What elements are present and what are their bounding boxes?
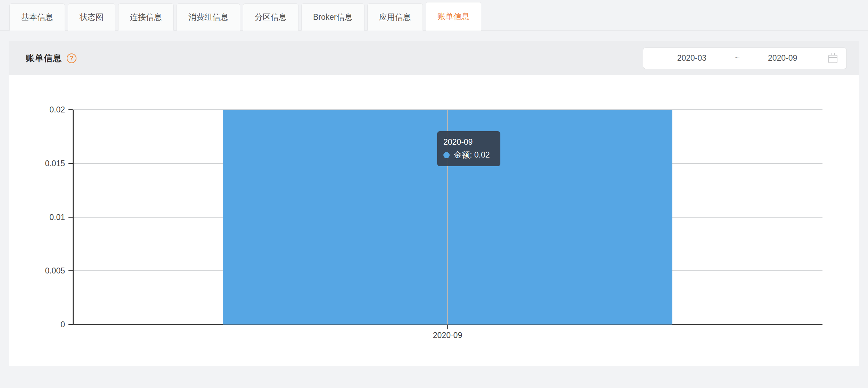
tooltip-title: 2020-09 (443, 136, 493, 148)
range-end-input[interactable]: 2020-09 (743, 53, 822, 63)
y-axis-label: 0 (60, 320, 65, 329)
x-axis-label: 2020-09 (433, 331, 462, 340)
tab-6[interactable]: Broker信息 (301, 3, 365, 31)
y-axis-label: 0.02 (49, 105, 65, 115)
page-title: 账单信息 (26, 52, 62, 64)
date-range-picker[interactable]: 2020-03 ~ 2020-09 (643, 48, 847, 69)
y-axis-label: 0.01 (49, 212, 65, 222)
series-dot-icon (443, 152, 450, 158)
billing-title-group: 账单信息 ? (26, 52, 76, 64)
y-axis-line (73, 110, 74, 324)
y-axis-label: 0.005 (45, 266, 65, 276)
tab-3[interactable]: 连接信息 (118, 3, 174, 31)
bar-chart[interactable]: 00.0050.010.0150.022020-092020-09金额: 0.0… (73, 110, 822, 324)
range-separator: ~ (731, 53, 743, 63)
range-start-input[interactable]: 2020-03 (652, 53, 731, 63)
billing-page: 基本信息状态图连接信息消费组信息分区信息Broker信息应用信息账单信息 账单信… (0, 0, 868, 388)
y-axis-tick (68, 324, 73, 325)
tab-8[interactable]: 账单信息 (426, 2, 481, 31)
tab-4[interactable]: 消费组信息 (177, 3, 240, 31)
help-question-icon[interactable]: ? (67, 53, 76, 63)
y-axis-tick (68, 163, 73, 164)
x-axis-tick (447, 325, 448, 329)
calendar-icon[interactable] (828, 55, 837, 63)
tab-1[interactable]: 基本信息 (9, 3, 65, 31)
y-axis-label: 0.015 (45, 159, 65, 168)
billing-header-band: 账单信息 ? 2020-03 ~ 2020-09 (9, 41, 859, 75)
tab-5[interactable]: 分区信息 (243, 3, 298, 31)
chart-tooltip: 2020-09金额: 0.02 (437, 131, 500, 166)
y-axis-tick (68, 109, 73, 110)
tooltip-value: 金额: 0.02 (454, 149, 490, 161)
tab-bar: 基本信息状态图连接信息消费组信息分区信息Broker信息应用信息账单信息 (0, 0, 868, 31)
y-axis-tick (68, 217, 73, 218)
tab-2[interactable]: 状态图 (68, 3, 115, 31)
tab-7[interactable]: 应用信息 (367, 3, 423, 31)
y-axis-tick (68, 270, 73, 271)
chart-panel: 00.0050.010.0150.022020-092020-09金额: 0.0… (9, 75, 859, 366)
